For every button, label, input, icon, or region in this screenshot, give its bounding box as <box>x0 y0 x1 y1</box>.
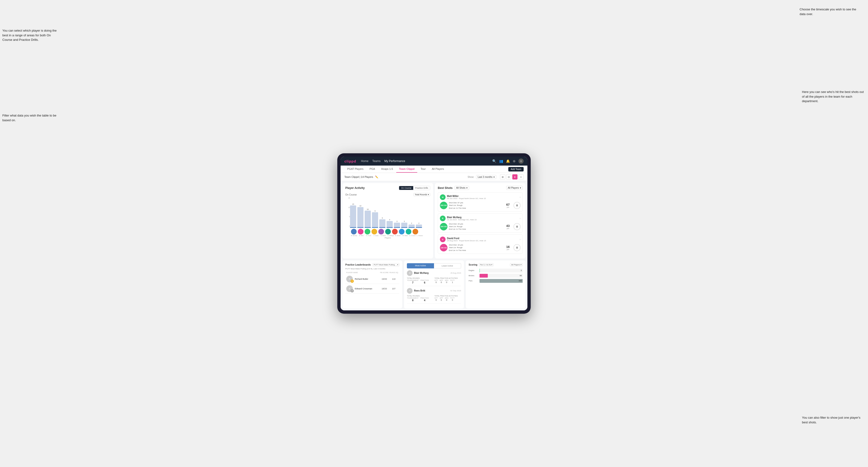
practice-drills-toggle[interactable]: Practice Drills <box>413 186 430 190</box>
all-players-filter[interactable]: All Players ▾ <box>506 186 523 190</box>
practice-label-0: Practice <box>421 280 429 281</box>
x-axis-avatars <box>345 228 430 235</box>
lb-rank-badge-0: 1 <box>350 280 354 283</box>
player-avatar-8 <box>406 229 411 235</box>
scoring-players-label: All Players <box>511 264 520 266</box>
list-view-icon[interactable]: ≡ <box>519 174 524 180</box>
tab-team-clippd[interactable]: Team Clippd <box>396 165 417 173</box>
heart-view-icon[interactable]: ♥ <box>512 174 518 180</box>
bars-area: 1312109543322 <box>350 197 430 228</box>
most-active-card: Most Active Least Active B Blair McHarg … <box>404 260 464 309</box>
gtt-stat-1: GTT 0 <box>434 297 438 301</box>
nav-home[interactable]: Home <box>361 159 368 163</box>
grid-alt-view-icon[interactable]: ⊟ <box>506 174 512 180</box>
lb-rank-badge-1: 2 <box>350 289 354 292</box>
shot-details-row-2: 198 SG Shot Dist: 16 ydsStart Lie: Rough… <box>440 244 521 252</box>
scoring-bar-track-1: 96 <box>479 274 523 278</box>
bar-value-5: 4 <box>389 219 390 220</box>
col-pb-avg: PB AVG SQ <box>389 272 398 273</box>
practice-section-1: Total Practice Activities GTT 0 APP 0 AR… <box>434 295 461 302</box>
tab-hcaps[interactable]: Hcaps 1-5 <box>378 165 396 173</box>
chevron-down-icon: ▾ <box>428 193 429 196</box>
shot-player-info-0: Matt Miller 09 Jun 2023 · Royal North De… <box>447 195 518 199</box>
lb-player-name-0: Richard Butler <box>355 278 379 280</box>
app-label-1: APP <box>440 297 443 299</box>
shot-dist-unit-0: yds <box>507 206 509 208</box>
putt-label-1: PUTT <box>450 297 455 299</box>
col-player-name: PLAYER NAME <box>346 272 379 273</box>
app-logo: clippd <box>344 159 356 163</box>
leaderboard-card: Practice Leaderboards PUTT Must Make Put… <box>342 260 402 309</box>
shot-dist-stat-2: 16 yds <box>504 245 512 250</box>
bar-value-8: 2 <box>411 222 412 224</box>
bar-0 <box>350 206 356 228</box>
show-dropdown[interactable]: Last 3 months ▾ <box>476 175 496 179</box>
all-shots-label: All Shots <box>456 187 465 189</box>
bar-col-6: 3 <box>394 220 400 228</box>
shot-chevron-1[interactable]: › <box>520 217 521 220</box>
y-axis: 15 10 5 0 <box>345 197 350 228</box>
shot-zero-stat-0: 0 <box>514 202 521 209</box>
scoring-bar-fill-0 <box>479 269 480 272</box>
leaderboard-title: Practice Leaderboards <box>345 263 371 266</box>
bar-col-9: 2 <box>416 222 422 228</box>
active-player-avatar-1: R <box>407 288 412 294</box>
most-active-tab[interactable]: Most Active <box>407 263 434 269</box>
bar-value-0: 13 <box>352 203 354 205</box>
tablet-frame: clippd Home Teams My Performance 🔍 👥 🔔 ⊕… <box>337 153 531 314</box>
leaderboard-filter[interactable]: PUTT Must Make Putting ... ▾ <box>372 263 399 266</box>
practice-stat-0: Practice 6 <box>421 280 429 284</box>
active-player-date-0: 26 Aug 2023 <box>451 272 461 274</box>
shot-details-row-0: 200 SG Shot Dist: 67 ydsStart Lie: Rough… <box>440 201 521 210</box>
bar-5 <box>386 221 393 228</box>
tab-all-players[interactable]: All Players <box>429 165 447 173</box>
nav-my-performance[interactable]: My Performance <box>384 159 405 163</box>
plus-circle-icon[interactable]: ⊕ <box>513 159 516 163</box>
bar-1 <box>357 207 364 228</box>
shot-item-1: B Blair McHarg 23 Jul 2023 · Ashridge GC… <box>438 214 523 233</box>
tab-pgat-players[interactable]: PGAT Players <box>344 165 366 173</box>
grid-view-icon[interactable]: ⊞ <box>500 174 505 180</box>
bar-col-1: 12 <box>357 205 364 228</box>
active-stats-grid-1: Total Rounds Tournament 8 Practice 4 Tot… <box>407 295 461 302</box>
top-nav: clippd Home Teams My Performance 🔍 👥 🔔 ⊕… <box>341 157 527 165</box>
practice-activity-row-0: GTT 0 APP 0 ARG 0 PUTT 1 <box>434 280 461 283</box>
shot-badge-1: 200 SG <box>440 223 447 230</box>
player-avatar-9 <box>412 229 418 235</box>
tournament-label-1: Tournament <box>407 297 418 299</box>
chevron-down-icon: ▾ <box>493 176 495 178</box>
shot-zero-stat-2: 0 <box>514 244 521 251</box>
tab-pga[interactable]: PGA <box>367 165 378 173</box>
shots-header: Best Shots All Shots ▾ All Players ▾ <box>438 186 523 190</box>
y-label-0: 0 <box>345 225 350 227</box>
least-active-tab[interactable]: Least Active <box>434 263 461 269</box>
bell-icon[interactable]: 🔔 <box>506 159 510 163</box>
all-shots-filter[interactable]: All Shots ▾ <box>455 186 469 190</box>
users-icon[interactable]: 👥 <box>499 159 503 163</box>
shot-chevron-0[interactable]: › <box>520 195 521 199</box>
add-team-button[interactable]: Add Team <box>508 167 524 172</box>
bar-chart: 15 10 5 0 1312109543322 B. McHargB. Brit… <box>345 197 430 235</box>
shot-player-row-1: B Blair McHarg 23 Jul 2023 · Ashridge GC… <box>440 216 521 221</box>
tab-tour[interactable]: Tour <box>418 165 428 173</box>
on-course-toggle[interactable]: On Course <box>399 186 413 190</box>
scoring-filter[interactable]: Par 3, 4 & 5s ▾ <box>479 263 493 266</box>
show-value: Last 3 months <box>478 176 493 178</box>
leaderboard-filter-label: PUTT Must Make Putting ... <box>374 264 397 266</box>
scoring-header: Scoring Par 3, 4 & 5s ▾ All Players ▾ <box>469 263 523 266</box>
scoring-players-filter[interactable]: All Players ▾ <box>510 263 523 266</box>
gtt-label-1: GTT <box>434 297 438 299</box>
shot-items-container: M Matt Miller 09 Jun 2023 · Royal North … <box>438 192 523 254</box>
practice-activity-row-1: GTT 0 APP 0 ARG 0 PUTT 0 <box>434 297 461 301</box>
nav-teams[interactable]: Teams <box>372 159 380 163</box>
shot-player-row-2: D David Ford 24 Aug 2023 · Royal North D… <box>440 237 521 242</box>
user-avatar[interactable]: U <box>519 158 524 164</box>
shot-dist-stat-1: 43 yds <box>504 224 512 229</box>
shot-chevron-2[interactable]: › <box>520 238 521 241</box>
search-icon[interactable]: 🔍 <box>492 159 496 163</box>
edit-team-icon[interactable]: ✏️ <box>375 176 378 179</box>
total-rounds-dropdown[interactable]: Total Rounds ▾ <box>413 193 430 196</box>
best-shots-card: Best Shots All Shots ▾ All Players ▾ M M… <box>435 183 526 258</box>
bar-value-7: 3 <box>404 220 405 222</box>
arg-stat-1: ARG 0 <box>445 297 448 301</box>
